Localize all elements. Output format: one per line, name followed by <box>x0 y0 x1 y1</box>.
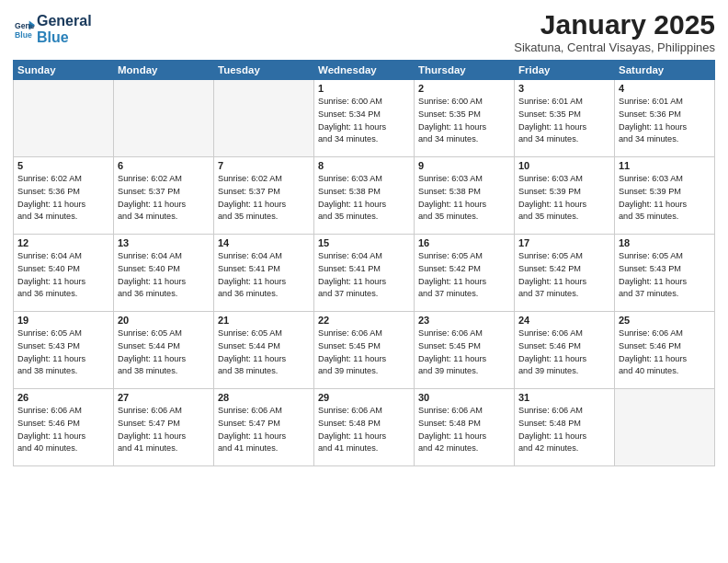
day-info: Sunrise: 6:03 AMSunset: 5:38 PMDaylight:… <box>418 173 510 224</box>
day-info-line: Daylight: 11 hours <box>118 276 210 289</box>
day-info-line: and 37 minutes. <box>318 288 410 301</box>
day-info-line: Sunrise: 6:06 AM <box>17 405 109 418</box>
calendar-cell <box>615 389 715 466</box>
day-info-line: and 36 minutes. <box>17 288 109 301</box>
calendar-cell: 26Sunrise: 6:06 AMSunset: 5:46 PMDayligh… <box>14 389 114 466</box>
header-wednesday: Wednesday <box>314 61 415 80</box>
day-info-line: Sunset: 5:48 PM <box>518 418 610 431</box>
day-number: 30 <box>418 392 510 403</box>
day-info-line: and 39 minutes. <box>418 365 510 378</box>
day-info-line: Sunset: 5:42 PM <box>418 263 510 276</box>
day-info-line: Sunrise: 6:05 AM <box>619 250 711 263</box>
calendar-cell: 12Sunrise: 6:04 AMSunset: 5:40 PMDayligh… <box>14 235 114 312</box>
day-info-line: Sunset: 5:45 PM <box>318 340 410 353</box>
day-info-line: Daylight: 11 hours <box>218 276 310 289</box>
day-info-line: Daylight: 11 hours <box>318 199 410 212</box>
day-info-line: and 42 minutes. <box>418 442 510 455</box>
calendar-page: General Blue General Blue January 2025 S… <box>0 0 728 563</box>
day-info-line: Sunrise: 6:05 AM <box>118 327 210 340</box>
day-number: 19 <box>17 315 109 326</box>
day-info-line: Sunset: 5:36 PM <box>619 109 711 121</box>
calendar-cell: 31Sunrise: 6:06 AMSunset: 5:48 PMDayligh… <box>515 389 615 466</box>
svg-text:Blue: Blue <box>15 30 32 40</box>
day-info: Sunrise: 6:04 AMSunset: 5:41 PMDaylight:… <box>318 250 410 301</box>
day-info-line: Sunrise: 6:03 AM <box>619 173 711 186</box>
day-info-line: Sunrise: 6:05 AM <box>17 327 109 340</box>
day-info-line: and 35 minutes. <box>318 211 410 224</box>
day-info: Sunrise: 6:06 AMSunset: 5:46 PMDaylight:… <box>17 405 109 455</box>
day-number: 26 <box>17 392 109 403</box>
day-info-line: Daylight: 11 hours <box>318 431 410 443</box>
calendar-table: Sunday Monday Tuesday Wednesday Thursday… <box>13 60 715 466</box>
day-info: Sunrise: 6:06 AMSunset: 5:46 PMDaylight:… <box>619 327 711 378</box>
day-info-line: Sunrise: 6:04 AM <box>318 250 410 263</box>
calendar-cell: 8Sunrise: 6:03 AMSunset: 5:38 PMDaylight… <box>314 157 415 235</box>
day-number: 10 <box>518 160 610 171</box>
day-info-line: Daylight: 11 hours <box>118 199 210 212</box>
logo-line1: General <box>37 13 92 29</box>
day-info-line: Sunrise: 6:04 AM <box>118 250 210 263</box>
day-info: Sunrise: 6:03 AMSunset: 5:38 PMDaylight:… <box>318 173 410 224</box>
day-info-line: Sunset: 5:43 PM <box>17 340 109 353</box>
day-info-line: Sunset: 5:44 PM <box>218 340 310 353</box>
day-info-line: and 41 minutes. <box>218 442 310 455</box>
day-info-line: Sunset: 5:42 PM <box>518 263 610 276</box>
day-info-line: Daylight: 11 hours <box>518 121 610 134</box>
header-friday: Friday <box>515 61 615 80</box>
calendar-week-1: 5Sunrise: 6:02 AMSunset: 5:36 PMDaylight… <box>14 157 715 235</box>
day-info-line: Sunset: 5:36 PM <box>17 186 109 199</box>
header-tuesday: Tuesday <box>214 61 314 80</box>
calendar-week-4: 26Sunrise: 6:06 AMSunset: 5:46 PMDayligh… <box>14 389 715 466</box>
day-info-line: Daylight: 11 hours <box>619 199 711 212</box>
day-info-line: Sunrise: 6:06 AM <box>418 405 510 418</box>
day-info-line: Sunset: 5:46 PM <box>619 340 711 353</box>
day-info-line: Sunset: 5:35 PM <box>418 109 510 121</box>
day-info: Sunrise: 6:05 AMSunset: 5:42 PMDaylight:… <box>418 250 510 301</box>
header-sunday: Sunday <box>14 61 114 80</box>
day-info: Sunrise: 6:02 AMSunset: 5:36 PMDaylight:… <box>17 173 109 224</box>
day-info-line: Sunset: 5:46 PM <box>518 340 610 353</box>
day-info-line: Daylight: 11 hours <box>418 121 510 134</box>
calendar-cell: 3Sunrise: 6:01 AMSunset: 5:35 PMDaylight… <box>515 80 615 157</box>
day-info-line: Sunrise: 6:01 AM <box>619 96 711 109</box>
calendar-title: January 2025 <box>514 9 715 40</box>
day-number: 2 <box>418 83 510 94</box>
day-info: Sunrise: 6:01 AMSunset: 5:35 PMDaylight:… <box>518 96 610 146</box>
day-number: 27 <box>118 392 210 403</box>
day-info-line: Sunset: 5:41 PM <box>218 263 310 276</box>
day-info-line: Sunrise: 6:06 AM <box>518 405 610 418</box>
day-info-line: Sunset: 5:48 PM <box>318 418 410 431</box>
day-number: 15 <box>318 237 410 248</box>
day-info-line: Daylight: 11 hours <box>518 199 610 212</box>
day-info-line: Sunrise: 6:00 AM <box>418 96 510 109</box>
day-info-line: Daylight: 11 hours <box>218 353 310 366</box>
calendar-cell: 17Sunrise: 6:05 AMSunset: 5:42 PMDayligh… <box>515 235 615 312</box>
day-number: 11 <box>619 160 711 171</box>
day-info-line: and 39 minutes. <box>318 365 410 378</box>
day-info-line: Daylight: 11 hours <box>619 121 711 134</box>
day-info-line: Sunrise: 6:01 AM <box>518 96 610 109</box>
day-info-line: Sunset: 5:46 PM <box>17 418 109 431</box>
day-info: Sunrise: 6:02 AMSunset: 5:37 PMDaylight:… <box>118 173 210 224</box>
day-info-line: Sunrise: 6:00 AM <box>318 96 410 109</box>
calendar-week-0: 1Sunrise: 6:00 AMSunset: 5:34 PMDaylight… <box>14 80 715 157</box>
calendar-cell: 25Sunrise: 6:06 AMSunset: 5:46 PMDayligh… <box>615 312 715 389</box>
day-info-line: Sunset: 5:37 PM <box>218 186 310 199</box>
day-info-line: Sunset: 5:40 PM <box>118 263 210 276</box>
day-number: 9 <box>418 160 510 171</box>
day-info-line: Sunrise: 6:06 AM <box>418 327 510 340</box>
calendar-cell: 20Sunrise: 6:05 AMSunset: 5:44 PMDayligh… <box>114 312 214 389</box>
calendar-cell: 14Sunrise: 6:04 AMSunset: 5:41 PMDayligh… <box>214 235 314 312</box>
calendar-cell: 18Sunrise: 6:05 AMSunset: 5:43 PMDayligh… <box>615 235 715 312</box>
day-info: Sunrise: 6:05 AMSunset: 5:43 PMDaylight:… <box>17 327 109 378</box>
calendar-cell: 29Sunrise: 6:06 AMSunset: 5:48 PMDayligh… <box>314 389 415 466</box>
day-info-line: Sunrise: 6:05 AM <box>418 250 510 263</box>
day-info-line: Sunset: 5:45 PM <box>418 340 510 353</box>
day-info: Sunrise: 6:06 AMSunset: 5:48 PMDaylight:… <box>318 405 410 455</box>
day-number: 4 <box>619 83 711 94</box>
day-number: 12 <box>17 237 109 248</box>
day-number: 7 <box>218 160 310 171</box>
calendar-cell: 13Sunrise: 6:04 AMSunset: 5:40 PMDayligh… <box>114 235 214 312</box>
logo: General Blue General Blue <box>13 13 92 47</box>
day-info-line: and 41 minutes. <box>118 442 210 455</box>
